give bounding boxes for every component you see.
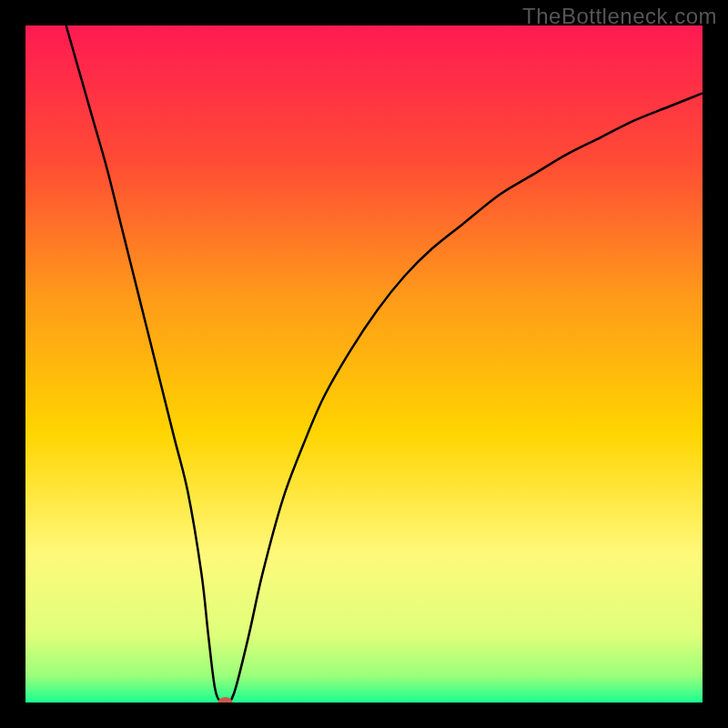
chart-svg <box>25 25 703 703</box>
watermark-text: TheBottleneck.com <box>522 4 717 29</box>
gradient-background <box>25 25 703 703</box>
plot-area <box>25 25 703 703</box>
chart-frame: TheBottleneck.com <box>0 0 728 728</box>
